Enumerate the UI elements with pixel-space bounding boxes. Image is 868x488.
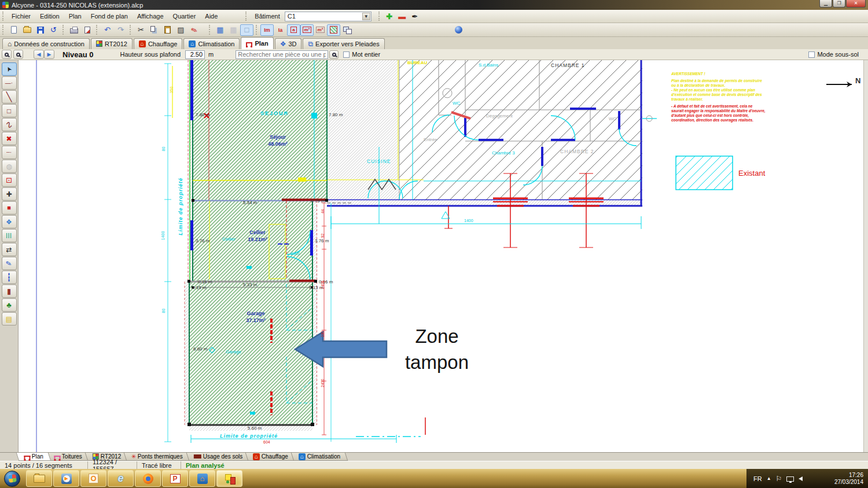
remove-building-button[interactable]: ▬ [396, 11, 409, 22]
paste-button[interactable] [161, 24, 174, 36]
tool-export-box-button[interactable]: ▤ [2, 312, 17, 326]
menu-plan[interactable]: Plan [64, 11, 86, 21]
remote-help-button[interactable] [452, 24, 465, 36]
maximize-button[interactable]: ❐ [833, 0, 845, 8]
bottom-tab-chauffage[interactable]: ⌂Chauffage [245, 453, 296, 461]
rename-building-button[interactable]: ✒ [409, 11, 421, 22]
batiment-select[interactable]: C1 ▼ [285, 12, 372, 21]
taskbar-active-app-button[interactable] [216, 470, 242, 487]
level-up-button[interactable]: ▶ [44, 50, 54, 59]
tool-arc-button[interactable]: ∿ [2, 118, 17, 131]
menu-quartier[interactable]: Quartier [168, 11, 201, 21]
menu-affichage[interactable]: Affichage [133, 11, 168, 21]
tool-select-button[interactable]: ➤ [2, 62, 17, 76]
print-preview-button[interactable] [80, 24, 94, 36]
tool-fill-colors-button[interactable]: ❖ [2, 215, 17, 228]
tool-parallel-lines-button[interactable]: ||| [2, 229, 17, 242]
taskbar-explorer-button[interactable] [26, 470, 52, 487]
hatch-button[interactable]: ▨ [174, 24, 187, 36]
close-button[interactable]: ✕ [846, 0, 866, 8]
whole-word-checkbox[interactable] [343, 51, 350, 58]
taskbar-ie-button[interactable]: e [108, 470, 134, 487]
basement-mode-checkbox[interactable] [808, 51, 815, 58]
tool-rectangle-button[interactable]: □ [2, 104, 17, 117]
tab-3d[interactable]: ❖3D [275, 38, 302, 49]
clock[interactable]: 17:26 27/03/2014 [834, 472, 863, 486]
tool-freeform-button[interactable]: ◍ [2, 160, 17, 173]
start-button[interactable] [4, 471, 20, 487]
show-areas-button[interactable]: m² [300, 24, 314, 36]
taskbar-media-player-button[interactable] [53, 470, 79, 487]
tab-rt2012[interactable]: RT2012 [91, 38, 133, 49]
zoom-in-button[interactable] [2, 50, 12, 59]
show-labels-button[interactable]: a [287, 24, 300, 36]
tool-delete-button[interactable]: ✖ [2, 132, 17, 145]
search-input[interactable] [236, 50, 328, 59]
reload-button[interactable]: ↺ [47, 24, 60, 36]
level-down-button[interactable]: ◀ [34, 50, 44, 59]
tool-move-button[interactable]: ✚ [2, 187, 17, 201]
action-center-flag-icon[interactable]: ⚐ [776, 475, 782, 483]
measure-meters-button[interactable]: Im [260, 24, 274, 36]
speaker-icon[interactable] [799, 476, 803, 481]
tool-dashed-segment-button[interactable]: ╌· [2, 146, 17, 159]
tool-diagonal-button[interactable]: ╲ [2, 90, 17, 103]
menu-fichier[interactable]: Fichier [7, 11, 35, 21]
ceiling-height-field[interactable] [185, 50, 205, 59]
menu-aide[interactable]: Aide [200, 11, 222, 21]
minimize-button[interactable]: ▁ [819, 0, 832, 8]
print-button[interactable] [67, 24, 80, 36]
room-cuisine: CUISINE [367, 158, 391, 164]
bottom-tab-toitures[interactable]: Toitures [46, 453, 90, 461]
tab-exporter-pleiades[interactable]: ⧉Exporter vers Pleiades [303, 38, 384, 49]
overlap-rooms-button[interactable] [340, 24, 354, 36]
tool-wall-button[interactable]: ■ [2, 201, 17, 215]
level-toolbar: ◀ ▶ Niveau 0 Hauteur sous plafond m Mot … [0, 49, 868, 60]
measure-angle-button[interactable]: Ia [274, 24, 287, 36]
vertical-scrollbar[interactable] [863, 60, 868, 452]
save-button[interactable] [34, 24, 47, 36]
new-file-button[interactable] [7, 24, 20, 36]
room-chambre2: CHAMBRE 2 [560, 149, 594, 154]
tab-plan[interactable]: Plan [241, 37, 273, 49]
language-indicator[interactable]: FR [753, 475, 762, 482]
tool-pen-button[interactable]: ✎ [2, 257, 17, 270]
bottom-tab-plan[interactable]: Plan [16, 453, 52, 461]
tool-ruler-button[interactable]: ┇ [2, 271, 17, 284]
tool-segment-button[interactable]: —· [2, 76, 17, 90]
tab-donnees-construction[interactable]: ⌂Données de construction [2, 38, 90, 49]
copy-button[interactable] [148, 24, 161, 36]
bottom-tab-usage-des-sols[interactable]: Usage des sols [186, 453, 250, 461]
garage-area: 37.17m² [230, 317, 282, 323]
tab-climatisation[interactable]: ⌂Climatisation [183, 38, 240, 49]
open-file-button[interactable] [20, 24, 34, 36]
show-hatch-button[interactable] [327, 24, 340, 36]
undo-button[interactable]: ↶ [101, 24, 114, 36]
menu-edition[interactable]: Edition [35, 11, 64, 21]
tool-tree-button[interactable]: ♣ [2, 298, 17, 312]
menu-fond-de-plan[interactable]: Fond de plan [86, 11, 133, 21]
tool-selection-box-button[interactable]: ⊡ [2, 173, 17, 187]
search-button[interactable] [329, 50, 339, 59]
tab-chauffage[interactable]: ⌂Chauffage [134, 38, 183, 49]
grid-button[interactable]: ▦ [214, 24, 227, 36]
taskbar-alcyone-button[interactable]: ⌂ [189, 470, 215, 487]
zoom-out-button[interactable] [13, 50, 23, 59]
tray-expand-icon[interactable]: ▲ [767, 476, 771, 481]
bottom-tab-climatisation[interactable]: ⌂Climatisation [291, 453, 348, 461]
snap-square-button[interactable]: □ [240, 24, 253, 36]
chevron-down-icon[interactable]: ▼ [362, 13, 370, 20]
erase-button[interactable]: ✎ [186, 22, 202, 38]
grid-faint-button[interactable]: ▦ [227, 24, 240, 36]
add-building-button[interactable]: ✚ [383, 11, 396, 22]
taskbar-firefox-button[interactable] [135, 470, 161, 487]
drawing-canvas[interactable]: SEJOUR Séjour 48.06m² 7.80 m 7.80 m 5.34… [19, 60, 868, 452]
taskbar-powerpoint-button[interactable]: P [162, 470, 188, 487]
taskbar-outlook-button[interactable]: O [80, 470, 106, 487]
tool-door-button[interactable]: ▮ [2, 284, 17, 298]
cut-button[interactable]: ✂ [134, 24, 148, 36]
network-icon[interactable] [786, 476, 794, 482]
show-areas2-button[interactable]: m² [314, 24, 327, 36]
redo-button[interactable]: ↷ [114, 24, 127, 36]
tool-offset-button[interactable]: ⇄ [2, 243, 17, 256]
